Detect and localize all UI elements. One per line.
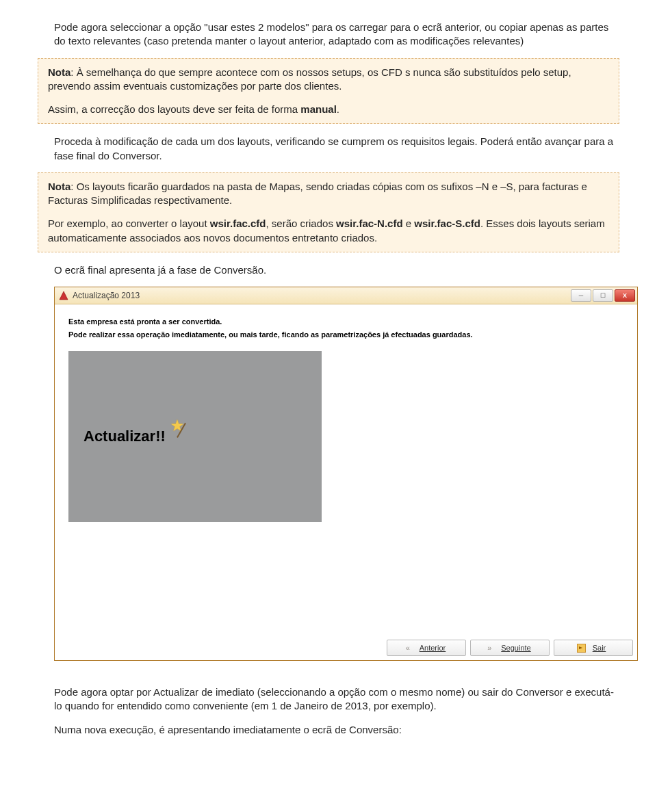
exit-icon bbox=[577, 644, 586, 653]
note1-label: Nota bbox=[48, 66, 70, 78]
svg-marker-0 bbox=[60, 291, 68, 300]
note2-l2-and: e bbox=[403, 218, 415, 229]
note1-l2-post: . bbox=[337, 103, 339, 115]
chevron-right-icon: » bbox=[485, 643, 494, 653]
note1-line1: Nota: À semelhança do que sempre acontec… bbox=[48, 66, 609, 94]
note2-f3: wsir.fac-S.cfd bbox=[414, 218, 480, 229]
seguinte-button[interactable]: » Seguinte bbox=[470, 640, 550, 656]
dialog-window: Actualização 2013 ─ ☐ X Esta empresa est… bbox=[54, 287, 638, 661]
note2-line1: Nota: Os layouts ficarão guardados na pa… bbox=[48, 180, 609, 208]
dialog-msg2: Pode realizar essa operação imediatament… bbox=[68, 330, 623, 340]
anterior-button[interactable]: « Anterior bbox=[387, 640, 466, 656]
paragraph-newrun: Numa nova execução, é apresentando imedi… bbox=[54, 723, 619, 737]
anterior-label: Anterior bbox=[420, 643, 446, 653]
sair-label: Sair bbox=[593, 643, 606, 653]
chevron-left-icon: « bbox=[403, 643, 413, 653]
paragraph-intro: Pode agora seleccionar a opção "usar est… bbox=[54, 21, 619, 49]
note1-l2-pre: Assim, a correcção dos layouts deve ser … bbox=[48, 103, 300, 115]
actualizar-label-wrap: Actualizar!! ★ bbox=[83, 426, 189, 447]
note2-label: Nota bbox=[48, 181, 70, 192]
dialog-title-text: Actualização 2013 bbox=[73, 290, 140, 301]
maximize-button[interactable]: ☐ bbox=[593, 289, 613, 302]
note2-l2-mid: , serão criados bbox=[266, 218, 337, 229]
close-button[interactable]: X bbox=[615, 289, 635, 302]
paragraph-choice: Pode agora optar por Actualizar de imedi… bbox=[54, 685, 619, 713]
actualizar-panel[interactable]: Actualizar!! ★ bbox=[68, 351, 322, 522]
dialog-footer: « Anterior » Seguinte Sair bbox=[387, 640, 633, 656]
note2-line2: Por exemplo, ao converter o layout wsir.… bbox=[48, 217, 609, 245]
minimize-button[interactable]: ─ bbox=[571, 289, 591, 302]
dialog-msg1: Esta empresa está pronta a ser convertid… bbox=[68, 317, 623, 327]
paragraph-proceed: Proceda à modificação de cada um dos lay… bbox=[54, 135, 619, 163]
app-icon bbox=[59, 291, 68, 300]
wand-icon: ★ bbox=[168, 418, 189, 438]
note2-rest: : Os layouts ficarão guardados na pasta … bbox=[48, 181, 587, 206]
actualizar-label: Actualizar!! bbox=[83, 426, 166, 447]
note-box-2: Nota: Os layouts ficarão guardados na pa… bbox=[38, 172, 619, 252]
seguinte-label: Seguinte bbox=[501, 643, 530, 653]
note1-line2: Assim, a correcção dos layouts deve ser … bbox=[48, 103, 609, 116]
sair-button[interactable]: Sair bbox=[554, 640, 633, 656]
note1-l2-bold: manual bbox=[300, 103, 337, 115]
dialog-body: Esta empresa está pronta a ser convertid… bbox=[55, 304, 637, 660]
window-buttons: ─ ☐ X bbox=[571, 289, 635, 302]
note1-rest: : À semelhança do que sempre acontece co… bbox=[48, 66, 571, 92]
dialog-titlebar: Actualização 2013 ─ ☐ X bbox=[55, 287, 637, 304]
paragraph-finalscreen: O ecrã final apresenta já a fase de Conv… bbox=[54, 263, 619, 277]
note2-f1: wsir.fac.cfd bbox=[210, 218, 266, 229]
note-box-1: Nota: À semelhança do que sempre acontec… bbox=[38, 58, 619, 125]
note2-l2-pre: Por exemplo, ao converter o layout bbox=[48, 218, 210, 229]
note2-f2: wsir.fac-N.cfd bbox=[336, 218, 403, 229]
